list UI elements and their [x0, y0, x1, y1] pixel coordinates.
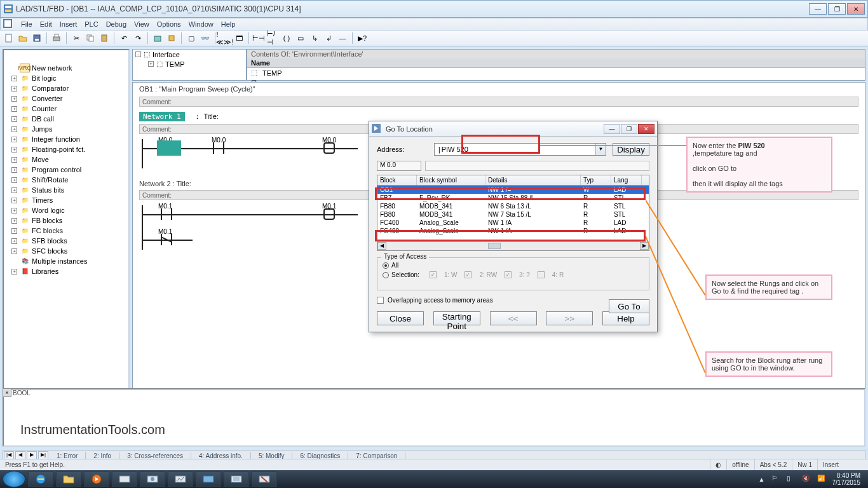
menu-help[interactable]: Help	[221, 20, 236, 28]
coil[interactable]	[323, 208, 335, 220]
contact-icon[interactable]: ⊢⊣	[252, 32, 265, 44]
ob1-comment[interactable]: Comment:	[139, 97, 858, 107]
branch-close-icon[interactable]: ↲	[322, 32, 335, 44]
col-type[interactable]: Typ	[581, 175, 611, 185]
tray-up-icon[interactable]: ▲	[759, 476, 765, 483]
col-block[interactable]: Block	[377, 175, 417, 185]
taskbar-ie-icon[interactable]	[28, 471, 53, 487]
undo-icon[interactable]: ↶	[118, 32, 130, 44]
coil[interactable]	[323, 142, 335, 154]
download-icon[interactable]	[151, 32, 164, 44]
maximize-button[interactable]: ❐	[828, 3, 846, 15]
help-icon[interactable]: ▶?	[356, 32, 369, 44]
goto-icon[interactable]: !≪≫!	[219, 32, 231, 44]
tree-bit-logic[interactable]: +📁Bit logic	[5, 73, 127, 83]
taskbar-app3-icon[interactable]	[168, 471, 193, 487]
combo-arrow-icon[interactable]: ▼	[595, 144, 606, 155]
cut-icon[interactable]: ✂	[70, 32, 83, 44]
menu-options[interactable]: Options	[157, 20, 181, 28]
table-row[interactable]: FB80MODB_341NW 7 Sta 15 /LRSTL	[377, 210, 649, 219]
taskbar-app5-icon[interactable]	[224, 471, 249, 487]
online-icon[interactable]	[165, 32, 178, 44]
branch-open-icon[interactable]: ↳	[308, 32, 321, 44]
tree-status-bits[interactable]: +📁Status bits	[5, 185, 127, 195]
tree-counter[interactable]: +📁Counter	[5, 104, 127, 114]
table-row[interactable]: FB80MODB_341NW 6 Sta 13 /LRSTL	[377, 202, 649, 210]
taskbar-media-icon[interactable]	[84, 471, 109, 487]
tree-program-control[interactable]: +📁Program control	[5, 165, 127, 175]
overlap-checkbox[interactable]	[377, 297, 384, 304]
no-contact[interactable]	[213, 142, 224, 154]
col-symbol[interactable]: Block symbol	[417, 175, 485, 185]
redo-icon[interactable]: ↷	[132, 32, 144, 44]
dialog-close-button[interactable]: ✕	[638, 124, 654, 134]
tree-word-logic[interactable]: +📁Word logic	[5, 205, 127, 215]
taskbar-app4-icon[interactable]	[196, 471, 221, 487]
dialog-minimize-button[interactable]: —	[604, 124, 620, 134]
menu-plc[interactable]: PLC	[85, 20, 98, 28]
tab-diagnostics[interactable]: 6: Diagnostics	[292, 452, 348, 459]
tab-modify[interactable]: 5: Modify	[251, 452, 293, 459]
table-row[interactable]: FB7F_Rcv_RKNW 15 Sta 88 /LRSTL	[377, 194, 649, 202]
nc-contact[interactable]	[161, 234, 172, 245]
close-button[interactable]: Close	[377, 311, 424, 325]
taskbar-explorer-icon[interactable]	[56, 471, 81, 487]
table-row[interactable]: OB1NW 1 /=WLAD	[377, 186, 649, 194]
dialog-maximize-button[interactable]: ❐	[621, 124, 637, 134]
compare-box[interactable]	[157, 140, 181, 156]
menu-window[interactable]: Window	[189, 20, 214, 28]
tray-flag-icon[interactable]: 🏳	[771, 475, 780, 484]
starting-point-button[interactable]: Starting Point	[433, 311, 480, 325]
table-row[interactable]: FC400Analog_ScaleNW 1 /ARLAD	[377, 219, 649, 227]
tree-floating-point[interactable]: +📁Floating-point fct.	[5, 144, 127, 154]
prev-button[interactable]: <<	[490, 311, 537, 325]
paste-icon[interactable]	[98, 32, 111, 44]
no-contact[interactable]	[161, 208, 172, 220]
save-icon[interactable]	[31, 32, 43, 44]
find-icon[interactable]: 🗖	[233, 32, 245, 44]
connect-icon[interactable]: —	[336, 32, 349, 44]
tree-sfb-blocks[interactable]: +📁SFB blocks	[5, 236, 127, 246]
tab-comparison[interactable]: 7: Comparison	[348, 452, 405, 459]
tree-fb-blocks[interactable]: +📁FB blocks	[5, 215, 127, 226]
network2-label[interactable]: Network 2 :	[139, 180, 175, 187]
contact-nc-icon[interactable]: ⊢/⊣	[266, 32, 279, 44]
new-icon[interactable]	[3, 32, 15, 44]
tree-sfc-blocks[interactable]: +📁SFC blocks	[5, 246, 127, 256]
next-button[interactable]: >>	[546, 311, 593, 325]
radio-selection[interactable]: Selection: ✓1: W ✓2: RW ✓3: ? 4: R	[383, 271, 644, 278]
tree-new-network[interactable]: MRQNew network	[5, 63, 127, 73]
menu-debug[interactable]: Debug	[106, 20, 126, 28]
display-button[interactable]: Display	[613, 143, 649, 156]
tray-date[interactable]: 7/17/2015	[832, 479, 861, 486]
taskbar-app6-icon[interactable]	[252, 471, 277, 487]
element-tree[interactable]: MRQNew network +📁Bit logic +📁Comparator …	[4, 50, 128, 421]
tab-info[interactable]: 2: Info	[86, 452, 119, 459]
tab-cross-references[interactable]: 3: Cross-references	[119, 452, 191, 459]
tray-time[interactable]: 8:40 PM	[832, 472, 861, 479]
print-icon[interactable]	[50, 32, 63, 44]
tree-libraries[interactable]: +📕Libraries	[5, 266, 127, 276]
menu-file[interactable]: File	[21, 20, 32, 28]
box-icon[interactable]: ▭	[294, 32, 307, 44]
col-details[interactable]: Details	[485, 175, 581, 185]
tree-multiple-instances[interactable]: 📚Multiple instances	[5, 256, 127, 266]
output-close-icon[interactable]: ×	[3, 388, 11, 397]
monitor-icon[interactable]: 👓	[199, 32, 212, 44]
address-input[interactable]: |PIW 520 ▼	[434, 143, 606, 156]
block-icon[interactable]: ▢	[185, 32, 198, 44]
tree-move[interactable]: +📁Move	[5, 154, 127, 165]
tree-integer-function[interactable]: +📁Integer function	[5, 134, 127, 144]
menu-view[interactable]: View	[134, 20, 149, 28]
tab-error[interactable]: 1: Error	[49, 452, 86, 459]
interface-tree[interactable]: -⬚Interface +⬚TEMP	[132, 49, 247, 81]
copy-icon[interactable]	[84, 32, 97, 44]
tree-shift-rotate[interactable]: +📁Shift/Rotate	[5, 175, 127, 185]
taskbar-app1-icon[interactable]	[112, 471, 137, 487]
tree-converter[interactable]: +📁Converter	[5, 93, 127, 104]
tray-battery-icon[interactable]: ▯	[787, 475, 796, 484]
goto-button[interactable]: Go To	[609, 299, 649, 313]
tray-network-icon[interactable]: 📶	[817, 475, 826, 484]
network1-label[interactable]: Network 1	[139, 112, 185, 121]
menu-insert[interactable]: Insert	[60, 20, 78, 28]
